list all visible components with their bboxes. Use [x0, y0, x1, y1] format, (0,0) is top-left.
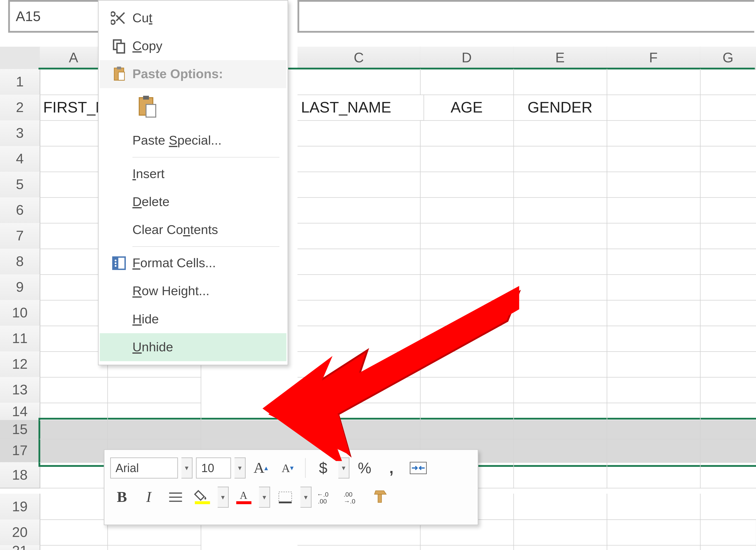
- row-header-15[interactable]: 15: [0, 420, 41, 439]
- decrease-font-button[interactable]: A▾: [276, 457, 299, 479]
- cell-d9[interactable]: [420, 274, 514, 301]
- row-header-14[interactable]: 14: [0, 403, 40, 421]
- cell-f13[interactable]: [607, 377, 701, 403]
- cell-f18[interactable]: [607, 462, 701, 489]
- cell-a9[interactable]: [40, 274, 108, 301]
- font-color-button[interactable]: A: [232, 486, 255, 508]
- menu-unhide[interactable]: Unhide: [100, 333, 286, 361]
- row-header-8[interactable]: 8: [0, 248, 40, 275]
- fill-color-dropdown-icon[interactable]: ▾: [218, 487, 229, 508]
- cell-d4[interactable]: [420, 146, 514, 172]
- cell-g4[interactable]: [700, 146, 756, 172]
- cell-d8[interactable]: [420, 248, 514, 275]
- cell-f4[interactable]: [607, 146, 701, 172]
- cell-f3[interactable]: [607, 120, 701, 147]
- align-button[interactable]: [164, 486, 187, 508]
- cell-a4[interactable]: [40, 146, 108, 172]
- cell-f17[interactable]: [607, 439, 701, 463]
- borders-button[interactable]: [274, 486, 297, 508]
- row-header-17[interactable]: 17: [0, 439, 41, 463]
- cell-e9[interactable]: [513, 274, 607, 301]
- cell-e3[interactable]: [513, 120, 607, 147]
- cell-f15[interactable]: [607, 420, 701, 439]
- row-header-13[interactable]: 13: [0, 377, 40, 403]
- cell-d3[interactable]: [420, 120, 514, 147]
- row-header-5[interactable]: 5: [0, 172, 40, 198]
- cell-d11[interactable]: [420, 326, 514, 352]
- cell-g21[interactable]: [700, 545, 756, 550]
- formula-bar[interactable]: [298, 0, 754, 33]
- cell-e5[interactable]: [513, 172, 607, 198]
- cell-a18[interactable]: [40, 462, 108, 489]
- cell-f6[interactable]: [607, 197, 701, 224]
- cell-g8[interactable]: [700, 248, 756, 275]
- row-header-2[interactable]: 2: [0, 95, 40, 121]
- menu-row-height[interactable]: Row Height...: [100, 277, 286, 305]
- increase-font-button[interactable]: A▴: [249, 457, 272, 479]
- cell-a15[interactable]: [40, 420, 108, 439]
- cell-e8[interactable]: [513, 248, 607, 275]
- cell-f9[interactable]: [607, 274, 701, 301]
- cell-c6[interactable]: [298, 197, 421, 224]
- cell-a12[interactable]: [40, 351, 108, 378]
- cell-e12[interactable]: [513, 351, 607, 378]
- cell-a21[interactable]: [40, 545, 108, 550]
- borders-dropdown-icon[interactable]: ▾: [300, 487, 311, 508]
- cell-c11[interactable]: [298, 326, 421, 352]
- cell-a19[interactable]: [40, 494, 108, 520]
- currency-dropdown-icon[interactable]: ▾: [338, 457, 349, 479]
- cell-a17[interactable]: [40, 439, 108, 463]
- column-header-d[interactable]: D: [420, 47, 514, 69]
- row-header-10[interactable]: 10: [0, 300, 40, 326]
- cell-f11[interactable]: [607, 326, 701, 352]
- row-header-21[interactable]: 21: [0, 545, 40, 550]
- cell-e4[interactable]: [513, 146, 607, 172]
- cell-a14[interactable]: [40, 403, 108, 421]
- cell-g12[interactable]: [700, 351, 756, 378]
- font-family-input[interactable]: Arial: [110, 457, 178, 479]
- menu-insert[interactable]: Insert: [100, 160, 286, 188]
- currency-button[interactable]: $: [312, 457, 335, 479]
- cell-d7[interactable]: [420, 223, 514, 249]
- cell-g1[interactable]: [700, 69, 756, 95]
- cell-f10[interactable]: [607, 300, 701, 326]
- menu-cut[interactable]: Cut: [100, 4, 286, 32]
- menu-delete[interactable]: Delete: [100, 188, 286, 216]
- row-header-9[interactable]: 9: [0, 274, 40, 301]
- cell-d2[interactable]: AGE: [420, 95, 514, 121]
- cell-e1[interactable]: [513, 69, 607, 95]
- cell-e13[interactable]: [513, 377, 607, 403]
- format-painter-button[interactable]: [369, 486, 392, 508]
- select-all-corner[interactable]: [0, 47, 40, 69]
- menu-hide[interactable]: Hide: [100, 305, 286, 333]
- cell-f14[interactable]: [607, 403, 701, 421]
- decrease-decimal-button[interactable]: .00→.0: [342, 486, 365, 508]
- cell-d14[interactable]: [420, 403, 514, 421]
- cell-a8[interactable]: [40, 248, 108, 275]
- cell-c8[interactable]: [298, 248, 421, 275]
- bold-button[interactable]: B: [110, 486, 134, 508]
- cell-d10[interactable]: [420, 300, 514, 326]
- cell-d5[interactable]: [420, 172, 514, 198]
- cell-g20[interactable]: [700, 519, 756, 546]
- fill-color-button[interactable]: [191, 486, 214, 508]
- cell-f2[interactable]: [607, 95, 701, 121]
- cell-c3[interactable]: [298, 120, 421, 147]
- cell-a10[interactable]: [40, 300, 108, 326]
- cell-e11[interactable]: [513, 326, 607, 352]
- cell-g15[interactable]: [700, 420, 756, 439]
- cell-e20[interactable]: [513, 519, 607, 546]
- cell-e10[interactable]: [513, 300, 607, 326]
- cell-g5[interactable]: [700, 172, 756, 198]
- font-size-input[interactable]: 10: [196, 457, 231, 479]
- cell-g13[interactable]: [700, 377, 756, 403]
- cell-g17[interactable]: [700, 439, 756, 463]
- row-header-19[interactable]: 19: [0, 494, 40, 520]
- cell-a20[interactable]: [40, 519, 108, 546]
- menu-paste-special[interactable]: Paste Special...: [100, 127, 286, 155]
- menu-clear-contents[interactable]: Clear Contents: [100, 216, 286, 244]
- cell-e14[interactable]: [513, 403, 607, 421]
- column-header-c[interactable]: C: [298, 47, 421, 69]
- cell-c1[interactable]: [298, 69, 421, 95]
- cell-g11[interactable]: [700, 326, 756, 352]
